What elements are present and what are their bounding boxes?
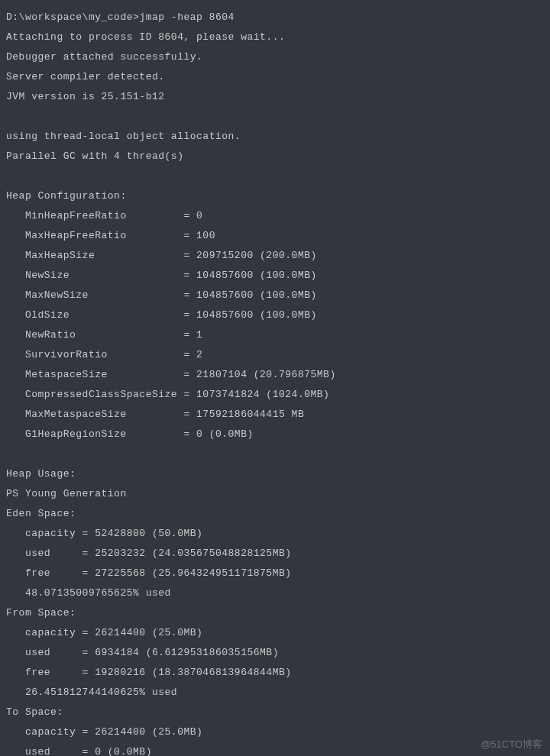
from-free: free = 19280216 (18.387046813964844MB) — [6, 663, 544, 683]
heap-config-row: CompressedClassSpaceSize = 1073741824 (1… — [6, 385, 544, 405]
heap-config-row: MetaspaceSize = 21807104 (20.796875MB) — [6, 365, 544, 385]
hc-label: NewRatio — [25, 329, 177, 341]
heap-config-header: Heap Configuration: — [6, 186, 544, 206]
young-gen-header: PS Young Generation — [6, 484, 544, 504]
output-line: Parallel GC with 4 thread(s) — [6, 147, 544, 166]
heap-config-row: MaxHeapFreeRatio = 100 — [6, 226, 544, 246]
output-line: Attaching to process ID 8604, please wai… — [6, 27, 544, 47]
heap-config-row: NewRatio = 1 — [6, 325, 544, 345]
blank-line — [6, 166, 544, 186]
eden-pct: 48.07135009765625% used — [6, 583, 544, 603]
prompt: D:\workspace\my_code> — [6, 11, 139, 23]
heap-usage-header: Heap Usage: — [6, 464, 544, 484]
hc-value: = 104857600 (100.0MB) — [183, 270, 316, 281]
heap-config-row: NewSize = 104857600 (100.0MB) — [6, 266, 544, 286]
hc-label: MinHeapFreeRatio — [25, 210, 177, 221]
hc-label: MetaspaceSize — [25, 369, 177, 380]
to-capacity: capacity = 26214400 (25.0MB) — [6, 722, 544, 742]
from-used: used = 6934184 (6.612953186035156MB) — [6, 643, 544, 663]
output-line: Debugger attached successfully. — [6, 47, 544, 67]
heap-config-row: G1HeapRegionSize = 0 (0.0MB) — [6, 425, 544, 444]
to-used: used = 0 (0.0MB) — [6, 742, 544, 756]
hc-label: MaxHeapSize — [25, 250, 177, 261]
hc-value: = 100 — [183, 230, 215, 241]
hc-value: = 2 — [183, 349, 202, 360]
heap-config-row: MinHeapFreeRatio = 0 — [6, 206, 544, 226]
hc-label: MaxMetaspaceSize — [25, 409, 177, 420]
from-capacity: capacity = 26214400 (25.0MB) — [6, 623, 544, 643]
from-pct: 26.451812744140625% used — [6, 683, 544, 703]
hc-value: = 0 (0.0MB) — [183, 428, 253, 440]
hc-label: G1HeapRegionSize — [25, 428, 177, 440]
hc-value: = 209715200 (200.0MB) — [183, 250, 316, 261]
hc-value: = 1 — [183, 329, 202, 341]
hc-label: OldSize — [25, 309, 177, 321]
command-line[interactable]: D:\workspace\my_code>jmap -heap 8604 — [6, 8, 544, 27]
eden-free: free = 27225568 (25.964324951171875MB) — [6, 564, 544, 583]
to-header: To Space: — [6, 703, 544, 722]
hc-value: = 1073741824 (1024.0MB) — [183, 389, 329, 400]
eden-header: Eden Space: — [6, 504, 544, 524]
hc-label: MaxNewSize — [25, 289, 177, 301]
heap-config-row: MaxNewSize = 104857600 (100.0MB) — [6, 286, 544, 305]
hc-label: CompressedClassSpaceSize — [25, 389, 177, 400]
hc-value: = 104857600 (100.0MB) — [183, 309, 316, 321]
watermark: @51CTO博客 — [480, 738, 542, 751]
output-line: using thread-local object allocation. — [6, 127, 544, 147]
blank-line — [6, 107, 544, 127]
hc-label: SurvivorRatio — [25, 349, 177, 360]
heap-config-row: OldSize = 104857600 (100.0MB) — [6, 305, 544, 325]
hc-value: = 0 — [183, 210, 202, 221]
output-line: Server compiler detected. — [6, 67, 544, 87]
hc-label: NewSize — [25, 270, 177, 281]
heap-config-row: MaxHeapSize = 209715200 (200.0MB) — [6, 246, 544, 266]
hc-value: = 104857600 (100.0MB) — [183, 289, 316, 301]
heap-config-row: SurvivorRatio = 2 — [6, 345, 544, 365]
terminal-output: D:\workspace\my_code>jmap -heap 8604 Att… — [0, 0, 550, 756]
command-text: jmap -heap 8604 — [139, 11, 235, 23]
eden-capacity: capacity = 52428800 (50.0MB) — [6, 524, 544, 544]
output-line: JVM version is 25.151-b12 — [6, 87, 544, 107]
hc-value: = 21807104 (20.796875MB) — [183, 369, 335, 380]
hc-label: MaxHeapFreeRatio — [25, 230, 177, 241]
from-header: From Space: — [6, 603, 544, 623]
eden-used: used = 25203232 (24.035675048828125MB) — [6, 544, 544, 564]
heap-config-row: MaxMetaspaceSize = 17592186044415 MB — [6, 405, 544, 425]
blank-line — [6, 444, 544, 464]
hc-value: = 17592186044415 MB — [183, 409, 304, 420]
